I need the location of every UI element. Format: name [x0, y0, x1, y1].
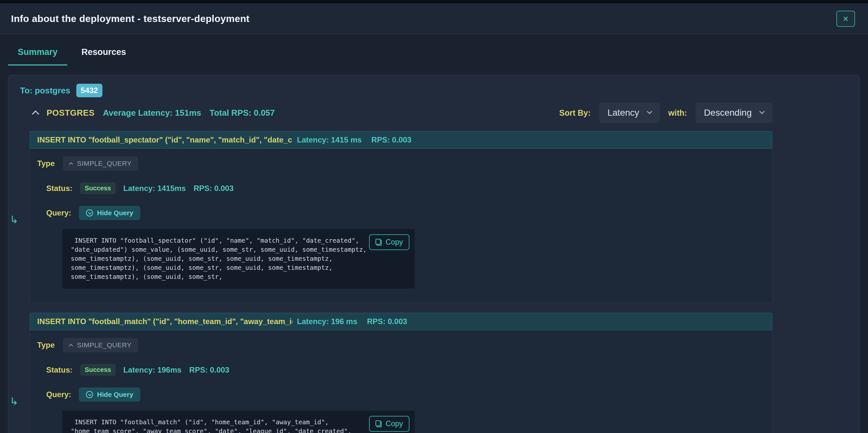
page-title: Info about the deployment - testserver-d…	[11, 13, 249, 24]
chevron-up-icon	[69, 162, 73, 166]
query-header-latency: Latency: 1415 ms	[297, 135, 362, 145]
sort-field-dropdown[interactable]: Latency	[599, 102, 660, 123]
query-type-toggle[interactable]: SIMPLE_QUERY	[63, 156, 138, 171]
status-label: Status:	[46, 366, 72, 374]
port-badge: 5432	[76, 84, 102, 97]
query-type-value: SIMPLE_QUERY	[77, 341, 131, 349]
sort-controls: Sort By: Latency with: Descending	[559, 102, 772, 123]
database-name: POSTGRES	[46, 108, 94, 118]
content-column: POSTGRES Average Latency: 151ms Total RP…	[30, 102, 772, 433]
query-code-block: INSERT INTO "football_spectator" ("id", …	[62, 229, 414, 288]
query-card-body: Type SIMPLE_QUERY Status: Success Latenc…	[30, 149, 772, 303]
query-card-header[interactable]: INSERT INTO "football_spectator" ("id", …	[30, 131, 772, 149]
type-label: Type	[37, 159, 55, 168]
section-summary: POSTGRES Average Latency: 151ms Total RP…	[33, 108, 275, 118]
query-type-toggle[interactable]: SIMPLE_QUERY	[63, 338, 138, 352]
copy-button[interactable]: Copy	[369, 416, 409, 432]
return-arrow-icon: ↳	[10, 395, 19, 407]
close-button[interactable]: ×	[836, 11, 855, 27]
query-code-block: INSERT INTO "football_match" ("id", "hom…	[62, 411, 414, 433]
status-badge: Success	[80, 182, 115, 194]
status-row: Status: Success Latency: 1415ms RPS: 0.0…	[37, 182, 772, 194]
collapse-circle-arrow-icon	[86, 209, 93, 216]
query-rps: RPS: 0.003	[189, 366, 229, 374]
query-card: ↳ INSERT INTO "football_spectator" ("id"…	[30, 131, 772, 303]
status-label: Status:	[46, 184, 72, 193]
type-label: Type	[37, 341, 55, 350]
hide-query-button[interactable]: Hide Query	[79, 388, 140, 402]
window-top-strip	[0, 0, 868, 3]
connection-target-label: To: postgres	[20, 86, 70, 96]
status-row: Status: Success Latency: 196ms RPS: 0.00…	[37, 364, 772, 376]
sort-direction-value: Descending	[704, 107, 752, 118]
sort-direction-dropdown[interactable]: Descending	[695, 102, 772, 123]
tab-bar: Summary Resources	[0, 34, 868, 66]
collapse-chevron-up-icon[interactable]	[32, 111, 39, 118]
chevron-up-icon	[69, 344, 73, 348]
connection-row: To: postgres 5432	[20, 83, 848, 98]
query-latency: Latency: 1415ms	[123, 184, 186, 193]
return-arrow-icon: ↳	[10, 214, 19, 226]
deployment-info-panel: To: postgres 5432 POSTGRES Average Laten…	[8, 75, 860, 433]
query-card: ↳ INSERT INTO "football_match" ("id", "h…	[30, 313, 772, 433]
hide-query-label: Hide Query	[97, 209, 133, 217]
copy-icon	[375, 239, 382, 246]
copy-button[interactable]: Copy	[369, 234, 409, 250]
tab-resources[interactable]: Resources	[72, 47, 136, 66]
query-row: Query: Hide Query	[37, 206, 772, 220]
tab-summary[interactable]: Summary	[8, 47, 67, 66]
type-row: Type SIMPLE_QUERY	[37, 156, 772, 171]
copy-label: Copy	[385, 420, 403, 428]
hide-query-label: Hide Query	[97, 391, 133, 398]
collapse-circle-arrow-icon	[86, 391, 93, 398]
postgres-section-header: POSTGRES Average Latency: 151ms Total RP…	[30, 102, 772, 123]
status-badge: Success	[80, 364, 115, 376]
query-latency: Latency: 196ms	[123, 366, 182, 374]
modal-header: Info about the deployment - testserver-d…	[0, 3, 868, 34]
query-label: Query:	[46, 390, 71, 399]
query-title: INSERT INTO "football_match" ("id", "hom…	[37, 317, 292, 326]
hide-query-button[interactable]: Hide Query	[79, 206, 140, 220]
query-card-header[interactable]: INSERT INTO "football_match" ("id", "hom…	[30, 313, 772, 330]
average-latency: Average Latency: 151ms	[103, 108, 201, 118]
query-label: Query:	[46, 209, 71, 217]
sort-with-label: with:	[668, 108, 687, 118]
chevron-down-icon	[647, 109, 652, 114]
sort-by-label: Sort By:	[559, 108, 590, 118]
close-icon: ×	[843, 14, 848, 24]
copy-icon	[375, 421, 382, 427]
query-rps: RPS: 0.003	[193, 184, 234, 193]
query-title: INSERT INTO "football_spectator" ("id", …	[37, 135, 292, 145]
total-rps: Total RPS: 0.057	[209, 108, 275, 118]
chevron-down-icon	[760, 109, 765, 114]
query-type-value: SIMPLE_QUERY	[77, 160, 131, 167]
query-header-rps: RPS: 0.003	[367, 317, 407, 326]
query-row: Query: Hide Query	[37, 388, 772, 402]
query-card-body: Type SIMPLE_QUERY Status: Success Latenc…	[30, 330, 772, 433]
query-header-rps: RPS: 0.003	[371, 135, 411, 145]
query-sql-text: INSERT INTO "football_match" ("id", "hom…	[71, 418, 406, 433]
copy-label: Copy	[385, 238, 403, 247]
query-sql-text: INSERT INTO "football_spectator" ("id", …	[71, 236, 406, 281]
type-row: Type SIMPLE_QUERY	[37, 338, 772, 352]
sort-field-value: Latency	[608, 107, 639, 118]
query-header-latency: Latency: 196 ms	[297, 317, 358, 326]
